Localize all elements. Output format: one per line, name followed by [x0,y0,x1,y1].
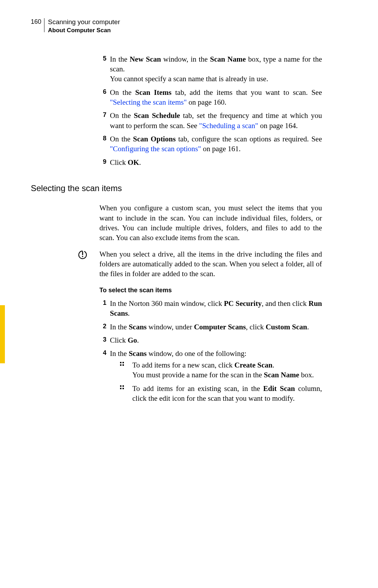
sub-bullet-list: To add items for a new scan, click Creat… [120,360,322,403]
step-item: 6On the Scan Items tab, add the items th… [99,88,322,107]
page-edge-tab [0,305,5,363]
substeps-title: To select the scan items [99,286,322,294]
body-column: 5In the New Scan window, in the Scan Nam… [99,54,322,167]
svg-rect-10 [120,388,121,389]
step-number: 9 [99,158,106,166]
step-item: 8On the Scan Options tab, configure the … [99,134,322,154]
step-text: You must provide a name for the scan in … [132,370,322,380]
bullet-item: To add items for an existing scan, in th… [120,384,322,404]
bold-term: Scan Name [264,371,299,379]
header-chapter: Scanning your computer [48,18,120,27]
step-number: 8 [99,134,106,142]
step-item: 2In the Scans window, under Computer Sca… [99,322,322,332]
cross-reference-link[interactable]: "Selecting the scan items" [110,98,187,106]
bullet-item: To add items for a new scan, click Creat… [120,360,322,380]
svg-rect-4 [120,362,121,363]
svg-rect-9 [122,385,124,387]
step-text: In the Scans window, under Computer Scan… [110,322,322,332]
bold-term: Scans [129,323,147,331]
steps-list-b: 1In the Norton 360 main window, click PC… [99,299,322,403]
step-item: 4In the Scans window, do one of the foll… [99,349,322,403]
cross-reference-link[interactable]: "Configuring the scan options" [110,145,201,153]
step-text: Click OK. [110,158,322,167]
step-number: 3 [99,335,106,344]
step-text: On the Scan Items tab, add the items tha… [110,88,322,107]
step-number: 6 [99,88,106,96]
bold-term: Scan Options [133,135,176,143]
step-text: You cannot specify a scan name that is a… [110,74,322,84]
page-number: 160 [31,18,41,26]
svg-rect-8 [120,385,121,387]
bold-term: Run Scans [110,299,322,317]
header-section: About Computer Scan [48,27,120,35]
square-bullet-icon [120,385,125,390]
svg-point-3 [82,256,83,257]
note-block: When you select a drive, all the items i… [99,249,322,279]
svg-rect-11 [122,388,124,389]
steps-list-a: 5In the New Scan window, in the Scan Nam… [99,54,322,167]
step-text: Click Go. [110,335,322,345]
bold-term: Create Scan [234,361,273,369]
step-number: 7 [99,111,106,119]
bold-term: OK [128,158,139,167]
intro-paragraph: When you configure a custom scan, you mu… [99,203,322,243]
step-text: To add items for an existing scan, in th… [132,384,322,404]
step-item: 7On the Scan Schedule tab, set the frequ… [99,111,322,131]
step-text: To add items for a new scan, click Creat… [132,360,322,370]
svg-rect-6 [120,364,121,366]
bold-term: Custom Scan [266,323,307,331]
step-item: 9Click OK. [99,158,322,167]
bold-term: Scan Items [135,88,172,97]
cross-reference-link[interactable]: "Scheduling a scan" [199,121,258,130]
step-number: 4 [99,349,106,357]
step-text: In the Scans window, do one of the follo… [110,349,322,358]
warning-icon [78,250,88,260]
step-number: 1 [99,299,106,307]
svg-rect-5 [122,362,124,363]
bold-term: Scan Schedule [134,111,180,120]
svg-rect-7 [122,364,124,366]
square-bullet-icon [120,362,125,366]
step-item: 5In the New Scan window, in the Scan Nam… [99,54,322,84]
bold-term: Computer Scans [194,323,246,331]
step-text: On the Scan Schedule tab, set the freque… [110,111,322,131]
bold-term: Scans [129,349,147,358]
step-text: In the New Scan window, in the Scan Name… [110,54,322,74]
bold-term: New Scan [130,55,161,63]
page: 160 Scanning your computer About Compute… [0,0,378,588]
step-item: 3Click Go. [99,335,322,345]
step-number: 2 [99,322,106,330]
section-heading: Selecting the scan items [31,183,343,194]
step-item: 1In the Norton 360 main window, click PC… [99,299,322,318]
page-header: 160 Scanning your computer About Compute… [31,18,343,35]
step-text: On the Scan Options tab, configure the s… [110,134,322,154]
header-separator [44,18,44,32]
note-paragraph: When you select a drive, all the items i… [99,249,322,279]
step-text: In the Norton 360 main window, click PC … [110,299,322,318]
bold-term: PC Security [224,299,262,308]
bold-term: Go [128,336,137,344]
bold-term: Scan Name [210,55,246,63]
svg-rect-2 [82,251,83,255]
step-number: 5 [99,54,106,63]
bold-term: Edit Scan [263,384,295,393]
